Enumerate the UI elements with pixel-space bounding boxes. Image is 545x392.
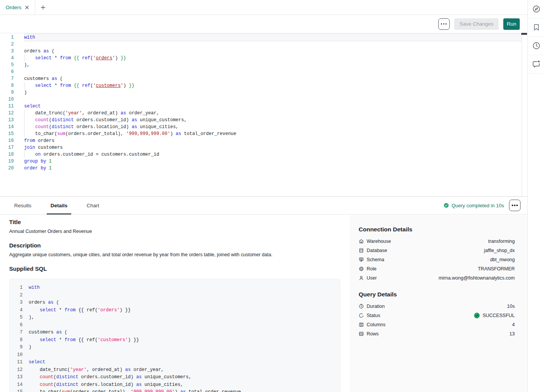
- query-details-rows: Duration10sStatusSUCCESSFULColumns4Rows1…: [359, 302, 515, 338]
- detail-label: User: [359, 275, 377, 281]
- code-text: select * from {{ ref('customers') }}: [24, 82, 522, 89]
- code-line[interactable]: 9): [0, 89, 522, 96]
- code-text: count(distinct orders.customer_id) as un…: [29, 374, 335, 381]
- line-number: 7: [0, 75, 14, 82]
- detail-value: 10s: [507, 304, 515, 309]
- line-number: 12: [15, 366, 23, 374]
- explore-button[interactable]: [528, 0, 545, 18]
- line-number: 14: [15, 381, 23, 389]
- line-number: 2: [0, 41, 14, 48]
- code-line[interactable]: 15 to_char(sum(orders.order_total), '999…: [0, 130, 522, 137]
- code-line: 14 count(distinct orders.location_id) as…: [15, 381, 335, 389]
- ai-assistant-button[interactable]: [528, 55, 545, 73]
- code-text: with: [24, 34, 522, 41]
- query-status-text: Query completed in 10s: [452, 203, 504, 208]
- rows-icon: [359, 331, 364, 337]
- code-line[interactable]: 11select: [0, 103, 522, 110]
- results-bar-right: Query completed in 10s: [444, 200, 521, 211]
- detail-label: Schema: [359, 257, 384, 262]
- results-more-button[interactable]: [509, 200, 521, 211]
- save-changes-button[interactable]: Save Changes: [454, 18, 499, 30]
- code-line[interactable]: 1with: [0, 34, 522, 41]
- code-text: select * from {{ ref('orders') }}: [24, 55, 522, 62]
- results-tabs: ResultsDetailsChart: [10, 197, 114, 215]
- code-line: 13 count(distinct orders.customer_id) as…: [15, 374, 335, 381]
- code-text: select * from {{ ref('orders') }}: [29, 307, 335, 314]
- code-text: select: [24, 103, 522, 110]
- code-line[interactable]: 5),: [0, 62, 522, 68]
- editor-more-button[interactable]: [438, 18, 450, 30]
- line-number: 20: [0, 165, 14, 172]
- code-line[interactable]: 2: [0, 41, 522, 48]
- code-line[interactable]: 8 select * from {{ ref('customers') }}: [0, 82, 522, 89]
- connection-query-panel: Connection Details Warehousetransforming…: [349, 215, 527, 392]
- tab-details[interactable]: Details: [47, 197, 71, 215]
- line-number: 8: [15, 337, 23, 344]
- code-text: [29, 351, 335, 359]
- line-number: 18: [0, 151, 14, 158]
- line-number: 11: [15, 359, 23, 366]
- code-line: 8 select * from {{ ref('customers') }}: [15, 337, 335, 344]
- new-tab-button[interactable]: [35, 0, 51, 15]
- duration-icon: [359, 304, 364, 309]
- run-button[interactable]: Run: [503, 18, 520, 30]
- code-line: 7customers as (: [15, 329, 335, 337]
- code-text: on orders.customer_id = customers.custom…: [24, 151, 522, 158]
- sql-editor[interactable]: 1with23orders as (4 select * from {{ ref…: [0, 34, 522, 196]
- detail-value: 13: [509, 331, 515, 337]
- ellipsis-icon: [514, 205, 515, 206]
- detail-value: mirna.wong@fishtownanalytics.com: [439, 275, 515, 281]
- code-text: count(distinct orders.location_id) as un…: [24, 124, 522, 130]
- tab-chart[interactable]: Chart: [83, 197, 103, 215]
- code-line[interactable]: 13 count(distinct orders.customer_id) as…: [0, 117, 522, 124]
- code-line[interactable]: 6: [0, 68, 522, 75]
- results-tab-bar: ResultsDetailsChart Query completed in 1…: [0, 197, 527, 215]
- detail-label: Columns: [359, 322, 385, 327]
- close-icon[interactable]: [25, 5, 29, 10]
- detail-label: Status: [359, 313, 380, 318]
- code-text: to_char(sum(orders.order_total), '999,99…: [24, 130, 522, 137]
- history-button[interactable]: [528, 37, 545, 55]
- code-line[interactable]: 12 date_trunc('year', ordered_at) as ord…: [0, 110, 522, 117]
- code-line: 12 date_trunc('year', ordered_at) as ord…: [15, 366, 335, 374]
- code-line[interactable]: 4 select * from {{ ref('orders') }}: [0, 55, 522, 62]
- editor-scrollbar-thumb[interactable]: [521, 33, 527, 35]
- editor-toolbar: Save Changes Run: [0, 15, 527, 33]
- code-text: order by 1: [24, 165, 522, 172]
- code-line[interactable]: 16from orders: [0, 137, 522, 144]
- code-line[interactable]: 19group by 1: [0, 158, 522, 165]
- tab-results[interactable]: Results: [10, 197, 35, 215]
- editor-right-edge: [522, 33, 522, 197]
- code-line[interactable]: 14 count(distinct orders.location_id) as…: [0, 124, 522, 130]
- code-line[interactable]: 17join customers: [0, 144, 522, 151]
- code-line[interactable]: 7customers as (: [0, 75, 522, 82]
- description-value: Aggregate unique customers, unique citie…: [9, 252, 340, 257]
- tab-orders[interactable]: Orders: [0, 0, 35, 15]
- app-root: Orders Save Changes Run 1with23orders as…: [0, 0, 545, 392]
- code-line[interactable]: 18 on orders.customer_id = customers.cus…: [0, 151, 522, 158]
- code-line[interactable]: 10: [0, 96, 522, 103]
- code-text: orders as (: [29, 299, 335, 307]
- detail-row-status: StatusSUCCESSFUL: [359, 311, 515, 320]
- bookmarks-button[interactable]: [528, 18, 545, 37]
- detail-value: jaffle_shop_dx: [484, 248, 515, 253]
- code-text: date_trunc('year', ordered_at) as order_…: [29, 366, 335, 374]
- code-line: 2: [15, 292, 335, 299]
- detail-row-user: Usermirna.wong@fishtownanalytics.com: [359, 273, 515, 283]
- code-text: ),: [24, 62, 522, 68]
- line-number: 1: [15, 284, 23, 292]
- warehouse-icon: [359, 239, 364, 244]
- ellipsis-icon: [443, 23, 444, 24]
- code-line: 9): [15, 344, 335, 351]
- clock-icon: [532, 41, 541, 50]
- code-line: 5),: [15, 314, 335, 322]
- code-line[interactable]: 20order by 1: [0, 165, 522, 172]
- detail-row-columns: Columns4: [359, 320, 515, 329]
- code-text: ): [24, 89, 522, 96]
- code-line[interactable]: 3orders as (: [0, 48, 522, 55]
- detail-label: Database: [359, 248, 387, 253]
- line-number: 12: [0, 110, 14, 117]
- line-number: 4: [0, 55, 14, 62]
- code-line: 4 select * from {{ ref('orders') }}: [15, 307, 335, 314]
- code-text: orders as (: [24, 48, 522, 55]
